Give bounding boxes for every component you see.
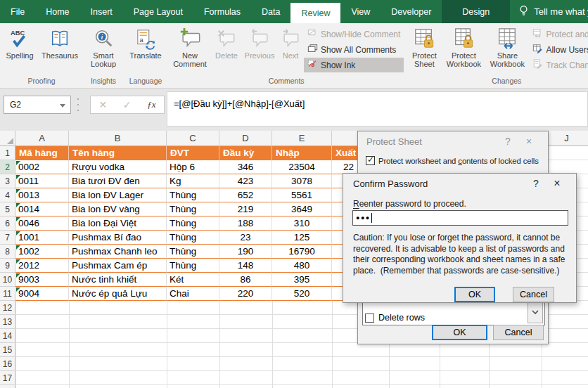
password-input[interactable]: ●●●	[352, 210, 568, 226]
next-comment-button[interactable]: Next	[277, 25, 304, 75]
table-cell[interactable]: Rượu vodka	[69, 160, 167, 174]
table-header-cell[interactable]: Nhập	[272, 146, 332, 160]
ribbon-tab-review[interactable]: Review	[290, 3, 340, 23]
thesaurus-button[interactable]: Thesaurus	[38, 25, 82, 75]
confirm-password-cancel-button[interactable]: Cancel	[513, 287, 554, 302]
table-cell[interactable]: Thùng	[167, 216, 219, 231]
table-cell[interactable]: 423	[219, 174, 272, 188]
table-cell[interactable]: Chai	[167, 287, 219, 301]
row-number-13[interactable]: 13	[0, 315, 15, 329]
table-cell[interactable]: 148	[219, 259, 272, 273]
delete-rows-option[interactable]: Delete rows	[365, 313, 425, 323]
protect-sheet-ok-button[interactable]: OK	[432, 325, 487, 340]
table-cell[interactable]: 219	[219, 202, 272, 216]
listbox-scrollbar[interactable]	[528, 301, 543, 323]
table-cell[interactable]: 0002	[15, 160, 69, 174]
table-header-cell[interactable]: ĐVT	[167, 146, 219, 160]
table-cell[interactable]: 9003	[15, 273, 69, 287]
row-number-5[interactable]: 5	[0, 202, 15, 216]
allow-users-to-edit-ranges-button[interactable]: Allow Users to	[529, 42, 588, 57]
table-cell[interactable]: 480	[272, 259, 332, 273]
table-cell[interactable]: Bia tươi ĐV đen	[69, 174, 167, 188]
column-header-D[interactable]: D	[219, 131, 272, 146]
insert-function-icon[interactable]: ƒx	[147, 99, 155, 110]
ribbon-tab-home[interactable]: Home	[35, 0, 79, 23]
row-number-14[interactable]: 14	[0, 329, 15, 343]
table-cell[interactable]: 23	[219, 231, 272, 245]
table-cell[interactable]: 188	[219, 216, 272, 231]
close-icon[interactable]: ×	[518, 136, 539, 147]
table-cell[interactable]: 1002	[15, 245, 69, 259]
table-cell[interactable]: 190	[219, 245, 272, 259]
translate-button[interactable]: a Translate	[125, 25, 166, 75]
share-workbook-button[interactable]: Share Workbook	[485, 25, 529, 75]
table-cell[interactable]: Bia lon ĐV vàng	[69, 202, 167, 216]
ribbon-tab-page-layout[interactable]: Page Layout	[123, 0, 193, 23]
close-icon[interactable]: ×	[547, 177, 568, 190]
table-header-cell[interactable]: Tên hàng	[69, 146, 167, 160]
row-number-11[interactable]: 11	[0, 287, 15, 301]
table-cell[interactable]: 520	[272, 287, 332, 301]
row-number-2[interactable]: 2	[0, 160, 15, 174]
protect-contents-checkbox[interactable]: ✓ Protect worksheet and contents of lock…	[366, 156, 539, 165]
table-cell[interactable]: 9004	[15, 287, 69, 301]
protect-sheet-cancel-button[interactable]: Cancel	[493, 325, 544, 340]
track-changes-button[interactable]: Track Changes	[529, 58, 588, 72]
row-number-12[interactable]: 12	[0, 301, 15, 315]
row-number-9[interactable]: 9	[0, 259, 15, 273]
table-cell[interactable]: Pushmax Bí đao	[69, 231, 167, 245]
table-cell[interactable]: 86	[219, 273, 272, 287]
row-number-10[interactable]: 10	[0, 273, 15, 287]
ribbon-tab-design[interactable]: Design	[452, 0, 500, 23]
row-number-16[interactable]: 16	[0, 357, 15, 371]
smart-lookup-button[interactable]: i Smart Lookup	[84, 25, 122, 75]
row-number-18[interactable]: 18	[0, 385, 15, 388]
ribbon-tab-file[interactable]: File	[0, 0, 35, 23]
help-button[interactable]: ?	[525, 178, 547, 189]
row-number-15[interactable]: 15	[0, 343, 15, 357]
table-cell[interactable]: Pushmax Chanh leo	[69, 245, 167, 259]
column-header-E[interactable]: E	[272, 131, 332, 146]
table-cell[interactable]: Thùng	[167, 202, 219, 216]
previous-comment-button[interactable]: Previous	[242, 25, 277, 75]
table-cell[interactable]: 310	[272, 216, 332, 231]
column-header-B[interactable]: B	[69, 131, 167, 146]
select-all-button[interactable]	[0, 131, 15, 146]
table-cell[interactable]: 2012	[15, 259, 69, 273]
checkbox-checked[interactable]: ✓	[366, 156, 375, 165]
help-button[interactable]: ?	[497, 136, 518, 147]
confirm-entry-icon[interactable]: ✓	[123, 99, 132, 110]
ribbon-tab-developer[interactable]: Developer	[381, 0, 442, 23]
table-cell[interactable]: Bia lon Đại Việt	[69, 216, 167, 231]
ribbon-tab-view[interactable]: View	[340, 0, 381, 23]
table-cell[interactable]: 3649	[272, 202, 332, 216]
new-comment-button[interactable]: New Comment	[169, 25, 211, 75]
table-cell[interactable]: 23504	[272, 160, 332, 174]
delete-comment-button[interactable]: Delete	[211, 25, 242, 75]
table-cell[interactable]: 0011	[15, 174, 69, 188]
confirm-password-ok-button[interactable]: OK	[454, 287, 495, 302]
table-header-cell[interactable]: Mã hàng	[15, 146, 69, 160]
show-hide-comment-button[interactable]: Show/Hide Comment	[304, 27, 404, 41]
table-cell[interactable]: 5561	[272, 188, 332, 202]
protect-and-share-workbook-button[interactable]: Protect and Sh	[529, 27, 588, 41]
table-cell[interactable]: Nước ép quả Lựu	[69, 287, 167, 301]
table-cell[interactable]: 125	[272, 231, 332, 245]
show-all-comments-button[interactable]: Show All Comments	[304, 42, 404, 57]
protect-workbook-button[interactable]: Protect Workbook	[442, 25, 485, 75]
row-number-6[interactable]: 6	[0, 216, 15, 231]
table-cell[interactable]: Thùng	[167, 259, 219, 273]
protect-sheet-button[interactable]: Protect Sheet	[407, 25, 442, 75]
table-cell[interactable]: Thùng	[167, 188, 219, 202]
ribbon-tab-insert[interactable]: Insert	[80, 0, 123, 23]
table-cell[interactable]: 1001	[15, 231, 69, 245]
cancel-entry-icon[interactable]: ✕	[98, 99, 107, 110]
row-number-3[interactable]: 3	[0, 174, 15, 188]
table-cell[interactable]: Kg	[167, 174, 219, 188]
column-header-C[interactable]: C	[167, 131, 219, 146]
table-cell[interactable]: 3078	[272, 174, 332, 188]
table-cell[interactable]: Pushmax Cam ép	[69, 259, 167, 273]
table-cell[interactable]: 220	[219, 287, 272, 301]
table-header-cell[interactable]: Đầu kỳ	[219, 146, 272, 160]
column-header-A[interactable]: A	[15, 131, 69, 146]
